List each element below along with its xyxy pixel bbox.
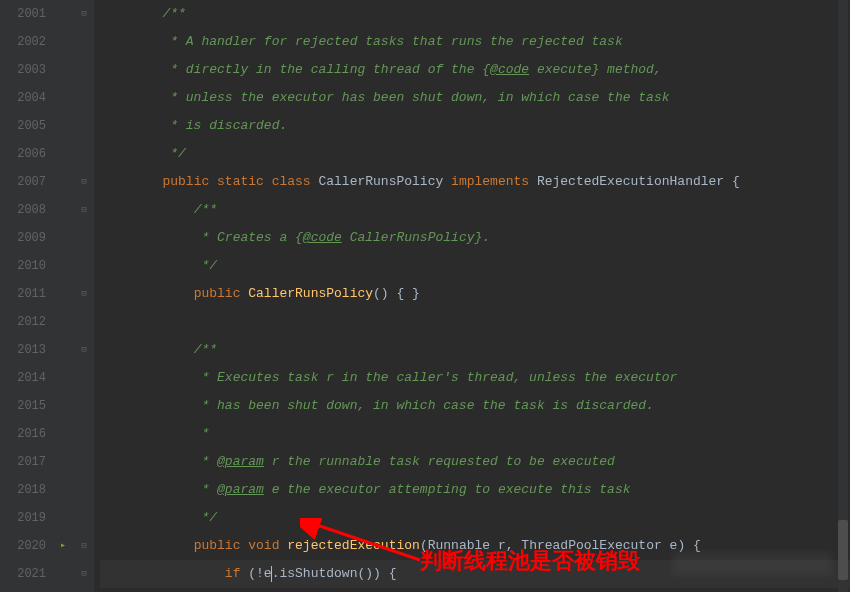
fold-toggle-icon[interactable]: ⊟ xyxy=(79,177,89,187)
code-line[interactable]: * @param e the executor attempting to ex… xyxy=(100,476,850,504)
line-number: 2012 xyxy=(0,308,46,336)
line-number: 2008 xyxy=(0,196,46,224)
line-number: 2011 xyxy=(0,280,46,308)
code-line[interactable]: * A handler for rejected tasks that runs… xyxy=(100,28,850,56)
line-number: 2013 xyxy=(0,336,46,364)
fold-toggle-icon[interactable]: ⊟ xyxy=(79,9,89,19)
code-line[interactable]: * has been shut down, in which case the … xyxy=(100,392,850,420)
watermark-smudge xyxy=(672,552,832,576)
code-area[interactable]: /** * A handler for rejected tasks that … xyxy=(94,0,850,592)
line-number: 2016 xyxy=(0,420,46,448)
code-line[interactable]: /** xyxy=(100,196,850,224)
fold-toggle-icon[interactable]: ⊟ xyxy=(79,569,89,579)
line-number: 2009 xyxy=(0,224,46,252)
fold-toggle-icon[interactable]: ⊟ xyxy=(79,205,89,215)
code-line[interactable]: */ xyxy=(100,140,850,168)
line-number-gutter: 2001200220032004200520062007200820092010… xyxy=(0,0,58,592)
vcs-marker-column: ▸ xyxy=(58,0,76,592)
line-number: 2019 xyxy=(0,504,46,532)
line-number: 2021 xyxy=(0,560,46,588)
code-line[interactable]: * Creates a {@code CallerRunsPolicy}. xyxy=(100,224,850,252)
code-line[interactable] xyxy=(100,308,850,336)
fold-toggle-icon[interactable]: ⊟ xyxy=(79,541,89,551)
code-line[interactable]: public CallerRunsPolicy() { } xyxy=(100,280,850,308)
line-number: 2017 xyxy=(0,448,46,476)
code-line[interactable]: /** xyxy=(100,0,850,28)
line-number: 2022 xyxy=(0,588,46,592)
code-editor[interactable]: 2001200220032004200520062007200820092010… xyxy=(0,0,850,592)
code-line[interactable]: */ xyxy=(100,252,850,280)
code-line[interactable]: /** xyxy=(100,336,850,364)
code-line[interactable]: * xyxy=(100,420,850,448)
line-number: 2015 xyxy=(0,392,46,420)
line-number: 2001 xyxy=(0,0,46,28)
code-line[interactable]: * @param r the runnable task requested t… xyxy=(100,448,850,476)
line-number: 2006 xyxy=(0,140,46,168)
code-line[interactable]: * directly in the calling thread of the … xyxy=(100,56,850,84)
line-number: 2002 xyxy=(0,28,46,56)
vertical-scrollbar[interactable] xyxy=(838,0,848,592)
fold-toggle-icon[interactable]: ⊟ xyxy=(79,345,89,355)
code-line[interactable]: * Executes task r in the caller's thread… xyxy=(100,364,850,392)
line-number: 2010 xyxy=(0,252,46,280)
code-line[interactable]: r.run(); xyxy=(100,588,850,592)
scroll-thumb[interactable] xyxy=(838,520,848,580)
fold-column[interactable]: ⊟⊟⊟⊟⊟⊟⊟⌞⌞⌞ xyxy=(76,0,94,592)
line-number: 2020 xyxy=(0,532,46,560)
line-number: 2007 xyxy=(0,168,46,196)
line-number: 2003 xyxy=(0,56,46,84)
fold-toggle-icon[interactable]: ⊟ xyxy=(79,289,89,299)
code-line[interactable]: * is discarded. xyxy=(100,112,850,140)
line-number: 2018 xyxy=(0,476,46,504)
code-line[interactable]: */ xyxy=(100,504,850,532)
vcs-change-icon[interactable]: ▸ xyxy=(60,540,72,552)
code-line[interactable]: * unless the executor has been shut down… xyxy=(100,84,850,112)
line-number: 2014 xyxy=(0,364,46,392)
line-number: 2004 xyxy=(0,84,46,112)
line-number: 2005 xyxy=(0,112,46,140)
code-line[interactable]: public static class CallerRunsPolicy imp… xyxy=(100,168,850,196)
